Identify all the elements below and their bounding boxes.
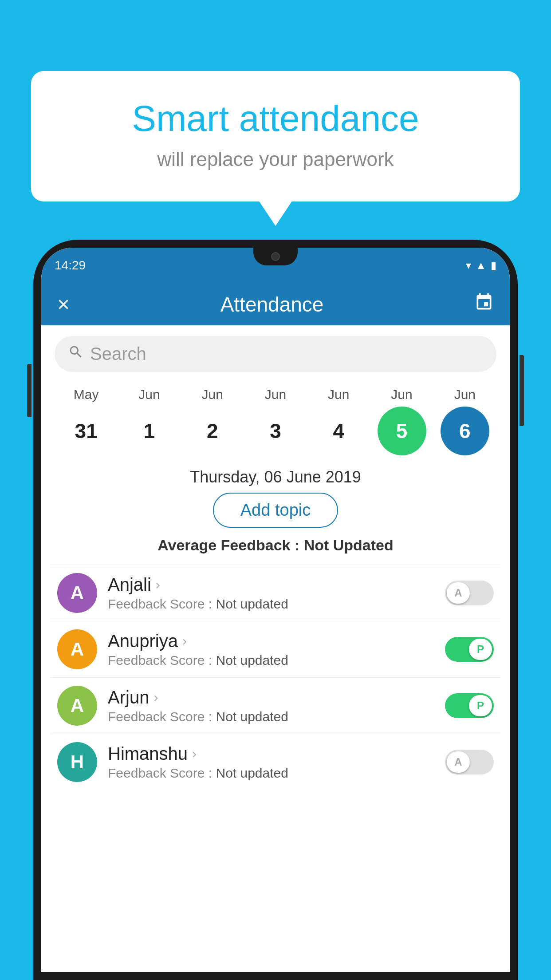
calendar-icon[interactable] <box>474 292 494 316</box>
avg-feedback: Average Feedback : Not Updated <box>41 537 510 554</box>
student-score-himanshu: Feedback Score : Not updated <box>108 766 445 781</box>
chevron-right-icon: › <box>192 746 197 761</box>
wifi-icon: ▾ <box>466 259 471 272</box>
cal-date-3[interactable]: 3 <box>251 407 300 455</box>
student-name-anjali: Anjali › <box>108 575 445 595</box>
attendance-toggle-anupriya[interactable]: P <box>445 637 494 662</box>
toggle-thumb-anjali: A <box>447 582 470 604</box>
avatar-anjali: A <box>57 573 97 613</box>
phone-screen: 14:29 ▾ ▲ ▮ × Attendance <box>41 248 510 972</box>
phone-outer: 14:29 ▾ ▲ ▮ × Attendance <box>33 240 518 980</box>
toggle-thumb-himanshu: A <box>447 751 470 773</box>
attendance-toggle-anjali[interactable]: A <box>445 581 494 605</box>
student-item-arjun[interactable]: A Arjun › Feedback Score : Not updated P <box>50 677 501 734</box>
student-info-anjali: Anjali › Feedback Score : Not updated <box>108 575 445 612</box>
cal-date-4[interactable]: 4 <box>314 407 363 455</box>
student-score-arjun: Feedback Score : Not updated <box>108 709 445 724</box>
attendance-toggle-himanshu[interactable]: A <box>445 750 494 775</box>
camera-dot <box>271 252 280 261</box>
status-bar: 14:29 ▾ ▲ ▮ <box>41 248 510 283</box>
student-name-anupriya: Anupriya › <box>108 631 445 651</box>
student-item-himanshu[interactable]: H Himanshu › Feedback Score : Not update… <box>50 734 501 790</box>
search-placeholder: Search <box>90 344 146 364</box>
cal-month-5: Jun <box>375 387 429 402</box>
speech-bubble-container: Smart attendance will replace your paper… <box>31 71 520 202</box>
search-bar[interactable]: Search <box>55 336 496 372</box>
app-title: Attendance <box>220 292 324 316</box>
bubble-subtitle: will replace your paperwork <box>67 148 484 170</box>
cal-month-1: Jun <box>122 387 176 402</box>
cal-month-3: Jun <box>249 387 302 402</box>
cal-date-5-today[interactable]: 5 <box>378 407 426 455</box>
avatar-anupriya: A <box>57 629 97 669</box>
chevron-right-icon: › <box>156 577 160 592</box>
avg-feedback-label: Average Feedback : <box>157 537 303 553</box>
speech-bubble: Smart attendance will replace your paper… <box>31 71 520 202</box>
status-icons: ▾ ▲ ▮ <box>466 259 496 272</box>
cal-month-6: Jun <box>438 387 492 402</box>
app-content: Search May Jun Jun Jun Jun Jun Jun 31 <box>41 325 510 972</box>
notch-cutout <box>253 248 298 265</box>
calendar-strip: May Jun Jun Jun Jun Jun Jun 31 1 2 3 4 <box>41 383 510 460</box>
battery-icon: ▮ <box>491 259 496 272</box>
app-header: × Attendance <box>41 283 510 325</box>
toggle-thumb-anupriya: P <box>469 639 492 660</box>
attendance-toggle-arjun[interactable]: P <box>445 693 494 718</box>
cal-month-2: Jun <box>186 387 239 402</box>
toggle-himanshu[interactable]: A <box>445 750 494 775</box>
student-info-himanshu: Himanshu › Feedback Score : Not updated <box>108 744 445 781</box>
student-info-anupriya: Anupriya › Feedback Score : Not updated <box>108 631 445 668</box>
student-score-anupriya: Feedback Score : Not updated <box>108 653 445 668</box>
toggle-anupriya[interactable]: P <box>445 637 494 662</box>
toggle-arjun[interactable]: P <box>445 693 494 718</box>
avg-feedback-value: Not Updated <box>304 537 394 553</box>
selected-date-label: Thursday, 06 June 2019 <box>41 468 510 486</box>
avatar-himanshu: H <box>57 742 97 782</box>
calendar-dates[interactable]: 31 1 2 3 4 5 6 <box>50 402 501 460</box>
phone-frame: 14:29 ▾ ▲ ▮ × Attendance <box>33 240 518 980</box>
chevron-right-icon: › <box>182 633 187 648</box>
close-button[interactable]: × <box>57 292 70 316</box>
cal-date-6-selected[interactable]: 6 <box>441 407 489 455</box>
cal-month-0: May <box>59 387 113 402</box>
student-score-anjali: Feedback Score : Not updated <box>108 597 445 612</box>
toggle-thumb-arjun: P <box>469 695 492 716</box>
student-item-anupriya[interactable]: A Anupriya › Feedback Score : Not update… <box>50 621 501 677</box>
cal-date-31[interactable]: 31 <box>62 407 110 455</box>
student-list: A Anjali › Feedback Score : Not updated … <box>41 565 510 790</box>
cal-date-2[interactable]: 2 <box>188 407 237 455</box>
avatar-arjun: A <box>57 686 97 726</box>
signal-icon: ▲ <box>476 259 486 272</box>
cal-date-1[interactable]: 1 <box>125 407 173 455</box>
student-name-himanshu: Himanshu › <box>108 744 445 764</box>
search-icon <box>68 344 84 364</box>
chevron-right-icon: › <box>153 690 158 705</box>
add-topic-button[interactable]: Add topic <box>213 493 338 528</box>
calendar-months: May Jun Jun Jun Jun Jun Jun <box>50 387 501 402</box>
bubble-title: Smart attendance <box>67 98 484 139</box>
student-info-arjun: Arjun › Feedback Score : Not updated <box>108 688 445 724</box>
student-item-anjali[interactable]: A Anjali › Feedback Score : Not updated … <box>50 565 501 621</box>
toggle-anjali[interactable]: A <box>445 581 494 605</box>
cal-month-4: Jun <box>312 387 365 402</box>
student-name-arjun: Arjun › <box>108 688 445 707</box>
status-time: 14:29 <box>55 258 86 273</box>
